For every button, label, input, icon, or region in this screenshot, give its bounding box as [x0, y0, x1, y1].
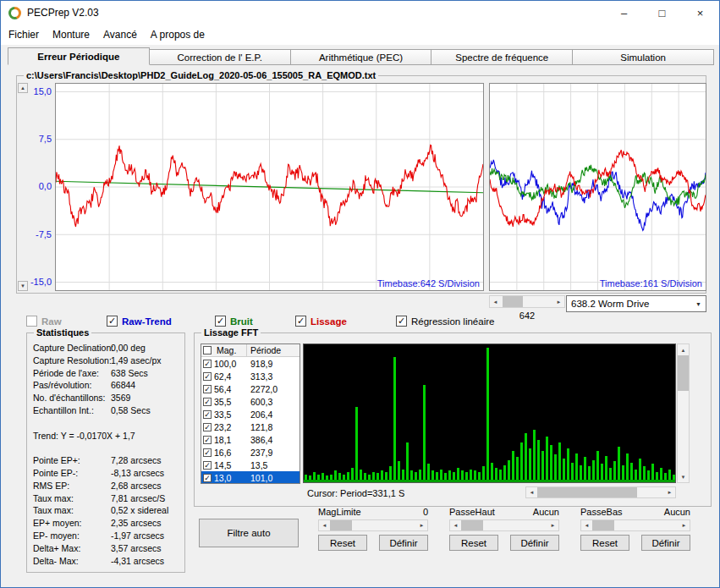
fft-list-row[interactable]: ✓35,5600,3 [201, 395, 300, 408]
fft-list-row[interactable]: ✓23,2121,8 [201, 420, 300, 433]
stat-label: Taux max: [33, 493, 74, 503]
fft-row-checkbox[interactable]: ✓ [203, 410, 212, 419]
define-button[interactable]: Définir [641, 535, 690, 551]
checkbox-label: Bruit [230, 316, 253, 327]
stat-value: 0,58 Secs [111, 405, 151, 415]
menu-item-a-propos-de[interactable]: A propos de [144, 25, 212, 44]
filter-value: 0 [423, 507, 428, 518]
scroll-down-arrow-icon[interactable]: ▼ [678, 471, 689, 482]
slider-left-arrow-icon[interactable]: ◄ [581, 520, 592, 530]
fft-list-row[interactable]: ✓16,6237,9 [201, 446, 300, 459]
scroll-right-arrow-icon[interactable]: ► [664, 487, 675, 497]
menu-item-monture[interactable]: Monture [46, 25, 96, 44]
fft-list-row[interactable]: ✓14,513,5 [201, 459, 300, 471]
scale-up-arrow-icon[interactable]: ▲ [18, 83, 28, 93]
fft-spectrum-canvas[interactable] [304, 344, 675, 482]
fft-period-value: 2272,0 [247, 384, 278, 394]
fft-row-checkbox[interactable]: ✓ [203, 372, 212, 381]
scroll-track[interactable] [501, 296, 553, 307]
filter-slider[interactable]: ◄► [449, 519, 559, 531]
reset-button[interactable]: Reset [580, 535, 629, 551]
scroll-thumb[interactable] [503, 296, 523, 307]
scroll-thumb[interactable] [678, 355, 689, 391]
fft-row-checkbox[interactable]: ✓ [203, 448, 212, 457]
auto-filter-button[interactable]: Filtre auto [199, 519, 299, 547]
reset-button[interactable]: Reset [449, 535, 498, 551]
minimize-button[interactable]: – [605, 1, 643, 25]
slider-right-arrow-icon[interactable]: ► [679, 520, 690, 530]
filter-slider[interactable]: ◄► [318, 519, 428, 531]
scroll-thumb[interactable] [537, 487, 637, 497]
maximize-button[interactable]: □ [643, 1, 681, 25]
fft-row-checkbox[interactable]: ✓ [203, 474, 212, 482]
filter-slider[interactable]: ◄► [580, 519, 690, 531]
checkbox-r-gression-lin-aire[interactable]: ✓Régression linéaire [396, 316, 494, 327]
slider-thumb[interactable] [330, 520, 352, 530]
slider-left-arrow-icon[interactable]: ◄ [450, 520, 461, 530]
scroll-up-arrow-icon[interactable]: ▲ [678, 344, 689, 355]
fft-period-value: 121,8 [247, 422, 272, 432]
fft-spectrum-chart[interactable] [303, 343, 676, 483]
trace-toggles: Raw✓Raw-Trend✓Bruit✓Lissage✓Régression l… [1, 316, 720, 329]
fft-list-row[interactable]: ✓18,1386,4 [201, 433, 300, 446]
tab-erreur-p-riodique[interactable]: Erreur Périodique [8, 47, 150, 65]
scroll-right-arrow-icon[interactable]: ► [553, 296, 564, 307]
scale-down-arrow-icon[interactable]: ▼ [18, 281, 28, 291]
fft-list-row[interactable]: ✓33,5206,4 [201, 408, 300, 420]
fft-row-checkbox[interactable]: ✓ [203, 360, 212, 368]
slider-thumb[interactable] [461, 520, 483, 530]
stat-value: 7,28 arcsecs [111, 455, 162, 465]
fft-period-value: 13,5 [247, 460, 267, 470]
worm-scrollbar[interactable]: ◄ ► [489, 295, 565, 308]
scroll-track[interactable] [537, 487, 664, 497]
fft-horizontal-scrollbar[interactable]: ◄ ► [525, 486, 676, 498]
stat-row: RMS EP:2,68 arcsecs [33, 481, 180, 493]
fft-list-row[interactable]: ✓56,42272,0 [201, 382, 300, 395]
checkbox-raw[interactable]: Raw [26, 316, 62, 327]
close-button[interactable]: × [681, 1, 719, 25]
stat-label: Delta+ Max: [33, 543, 80, 553]
fft-vertical-scrollbar[interactable]: ▲ ▼ [677, 343, 690, 483]
slider-thumb[interactable] [592, 520, 614, 530]
fft-list-row[interactable]: ✓100,0918,9 [201, 357, 300, 370]
reset-button[interactable]: Reset [318, 535, 367, 551]
fft-row-checkbox[interactable]: ✓ [203, 385, 212, 393]
stat-row: No. d'échantillons:3569 [33, 393, 180, 405]
fft-row-checkbox[interactable]: ✓ [203, 423, 212, 431]
tab-simulation[interactable]: Simulation [573, 49, 714, 65]
tab-correction-de-l-e-p[interactable]: Correction de l' E.P. [150, 49, 291, 65]
stat-value: 0,00 deg [111, 343, 146, 353]
stat-row: Taux max:7,81 arcsec/S [33, 493, 180, 506]
slider-right-arrow-icon[interactable]: ► [416, 520, 427, 530]
slider-track[interactable] [461, 520, 547, 530]
slider-track[interactable] [592, 520, 679, 530]
tab-spectre-de-fr-quence[interactable]: Spectre de fréquence [431, 49, 573, 65]
define-button[interactable]: Définir [379, 535, 428, 551]
fft-list-row[interactable]: ✓13,0101,0 [201, 471, 300, 484]
fft-row-checkbox[interactable]: ✓ [203, 461, 212, 470]
fft-row-checkbox[interactable]: ✓ [203, 398, 212, 406]
checkbox-raw-trend[interactable]: ✓Raw-Trend [107, 316, 172, 327]
scroll-track[interactable] [678, 355, 689, 471]
slider-right-arrow-icon[interactable]: ► [547, 520, 558, 530]
stat-label: Capture Resolution: [33, 355, 112, 365]
tab-arithm-tique-pec[interactable]: Arithmétique (PEC) [291, 49, 432, 65]
checkbox-lissage[interactable]: ✓Lissage [295, 316, 347, 327]
stat-label: EP- moyen: [33, 530, 80, 541]
menu-item-fichier[interactable]: Fichier [2, 25, 46, 44]
fft-mag-value: 18,1 [214, 435, 247, 445]
scroll-left-arrow-icon[interactable]: ◄ [490, 296, 501, 307]
slider-left-arrow-icon[interactable]: ◄ [319, 520, 330, 530]
fft-row-checkbox[interactable]: ✓ [203, 436, 212, 444]
fft-list-row[interactable]: ✓62,4313,3 [201, 370, 300, 382]
fft-header-checkbox[interactable] [203, 346, 212, 354]
fft-mag-value: 100,0 [214, 359, 247, 369]
pecprep-window: PECPrep V2.03 – □ × FichierMontureAvancé… [0, 0, 720, 588]
slider-track[interactable] [330, 520, 416, 530]
checkbox-bruit[interactable]: ✓Bruit [215, 316, 253, 327]
menu-item-avanc[interactable]: Avancé [96, 25, 144, 44]
stat-row: Delta+ Max:3,57 arcsecs [33, 543, 180, 556]
scroll-left-arrow-icon[interactable]: ◄ [526, 487, 537, 497]
define-button[interactable]: Définir [510, 535, 559, 551]
worm-drive-select[interactable]: 638.2 Worm Drive ▼ [566, 295, 706, 312]
